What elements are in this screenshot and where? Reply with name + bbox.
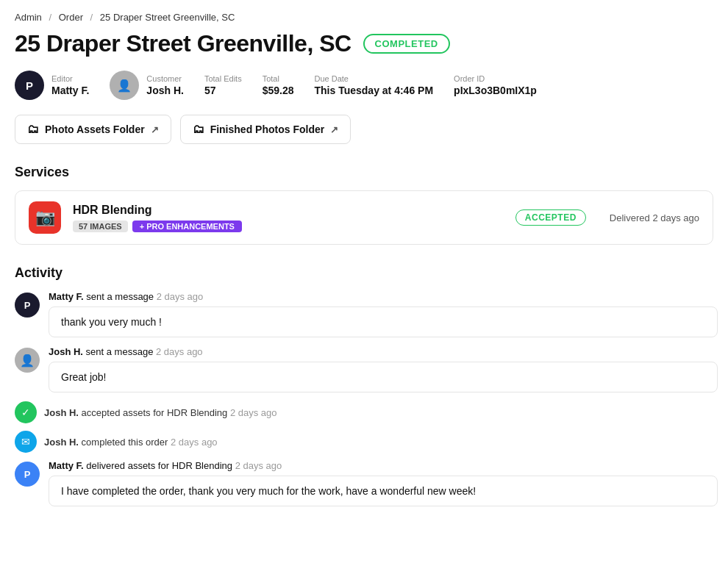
service-card: 📷 HDR Blending 57 IMAGES + PRO ENHANCEME…: [15, 190, 713, 245]
folder-icon-2: 🗂: [193, 123, 204, 136]
total-edits-label: Total Edits: [204, 74, 242, 83]
activity-section: Activity P Matty F. sent a message 2 day…: [15, 265, 713, 506]
accepted-badge: ACCEPTED: [515, 209, 586, 226]
total-label: Total: [263, 74, 294, 83]
due-date-label: Due Date: [315, 74, 434, 83]
message-box-2: Great job!: [49, 362, 718, 392]
order-id-value: pIxL3o3B0mIX1p: [454, 85, 537, 96]
event-action-completed: completed this order: [82, 437, 171, 448]
event-text-completed: Josh H. completed this order 2 days ago: [44, 437, 218, 448]
activity-event-accepted: ✓ Josh H. accepted assets for HDR Blendi…: [15, 401, 713, 423]
accept-icon: ✓: [15, 401, 37, 423]
status-badge: COMPLETED: [363, 34, 450, 54]
event-sender-accepted: Josh H.: [44, 407, 79, 418]
activity-content-1: Matty F. sent a message 2 days ago thank…: [49, 291, 718, 337]
due-date-cell: Due Date This Tuesday at 4:46 PM: [315, 74, 434, 96]
action-text-3: delivered assets for HDR Blending: [86, 460, 235, 471]
customer-avatar: 👤: [110, 71, 139, 100]
external-link-icon: ↗: [151, 124, 159, 135]
service-tags: 57 IMAGES + PRO ENHANCEMENTS: [73, 220, 504, 232]
finished-photos-folder-button[interactable]: 🗂 Finished Photos Folder ↗: [180, 115, 351, 144]
event-sender-completed: Josh H.: [44, 437, 79, 448]
activity-content-2: Josh H. sent a message 2 days ago Great …: [49, 346, 718, 392]
pro-tag: + PRO ENHANCEMENTS: [132, 220, 242, 232]
total-edits-cell: Total Edits 57: [204, 74, 242, 96]
activity-avatar-matty: P: [15, 293, 40, 318]
total-cell: Total $59.28: [263, 74, 294, 96]
event-time-accepted: 2 days ago: [230, 407, 277, 418]
customer-label: Customer: [146, 74, 184, 83]
photo-assets-label: Photo Assets Folder: [45, 123, 145, 135]
sender-name-3: Matty F.: [49, 460, 84, 471]
event-text-accepted: Josh H. accepted assets for HDR Blending…: [44, 407, 277, 418]
activity-content-3: Matty F. delivered assets for HDR Blendi…: [49, 460, 718, 506]
service-name: HDR Blending: [73, 204, 504, 217]
breadcrumb-current: 25 Draper Street Greenville, SC: [100, 12, 235, 23]
message-box-1: thank you very much !: [49, 306, 718, 337]
event-time-completed: 2 days ago: [171, 437, 218, 448]
meta-row: P Editor Matty F. 👤 Customer Josh H. Tot…: [15, 71, 713, 100]
order-id-label: Order ID: [454, 74, 537, 83]
activity-header-1: Matty F. sent a message 2 days ago: [49, 291, 718, 302]
action-text-2: sent a message: [86, 346, 156, 357]
activity-header-3: Matty F. delivered assets for HDR Blendi…: [49, 460, 718, 471]
total-value: $59.28: [263, 85, 294, 96]
service-icon-box: 📷: [29, 201, 61, 234]
customer-cell: 👤 Customer Josh H.: [110, 71, 184, 100]
breadcrumb-admin[interactable]: Admin: [15, 12, 42, 23]
editor-label: Editor: [51, 74, 89, 83]
activity-avatar-josh: 👤: [15, 348, 40, 373]
photo-assets-folder-button[interactable]: 🗂 Photo Assets Folder ↗: [15, 115, 171, 144]
complete-icon: ✉: [15, 431, 37, 453]
activity-item-1: P Matty F. sent a message 2 days ago tha…: [15, 291, 713, 337]
activity-item-3: P Matty F. delivered assets for HDR Blen…: [15, 460, 713, 506]
folder-buttons: 🗂 Photo Assets Folder ↗ 🗂 Finished Photo…: [15, 115, 713, 144]
time-3: 2 days ago: [235, 460, 282, 471]
total-edits-value: 57: [204, 85, 242, 96]
breadcrumb-order[interactable]: Order: [59, 12, 83, 23]
services-title: Services: [15, 165, 713, 180]
delivered-text: Delivered 2 days ago: [610, 212, 699, 223]
activity-avatar-matty-2: P: [15, 462, 40, 487]
due-date-value: This Tuesday at 4:46 PM: [315, 85, 434, 96]
services-section: Services 📷 HDR Blending 57 IMAGES + PRO …: [15, 165, 713, 245]
avatar: P: [15, 71, 44, 100]
activity-title: Activity: [15, 265, 713, 281]
editor-name: Matty F.: [51, 85, 89, 96]
activity-event-completed: ✉ Josh H. completed this order 2 days ag…: [15, 431, 713, 453]
page-title: 25 Draper Street Greenville, SC: [15, 30, 351, 57]
time-2: 2 days ago: [156, 346, 203, 357]
activity-header-2: Josh H. sent a message 2 days ago: [49, 346, 718, 357]
time-1: 2 days ago: [157, 291, 204, 302]
service-info: HDR Blending 57 IMAGES + PRO ENHANCEMENT…: [73, 204, 504, 232]
images-tag: 57 IMAGES: [73, 220, 128, 232]
sender-name-1: Matty F.: [49, 291, 86, 302]
finished-photos-label: Finished Photos Folder: [210, 123, 325, 135]
external-link-icon-2: ↗: [330, 124, 338, 135]
breadcrumb: Admin / Order / 25 Draper Street Greenvi…: [15, 12, 713, 23]
order-id-cell: Order ID pIxL3o3B0mIX1p: [454, 74, 537, 96]
sender-name-2: Josh H.: [49, 346, 83, 357]
message-box-3: I have completed the order, thank you ve…: [49, 476, 718, 506]
folder-icon: 🗂: [27, 123, 39, 136]
editor-cell: P Editor Matty F.: [15, 71, 89, 100]
hdr-icon: 📷: [35, 208, 55, 227]
action-text-1: sent a message: [86, 291, 156, 302]
event-action-accepted: accepted assets for HDR Blending: [82, 407, 230, 418]
activity-item-2: 👤 Josh H. sent a message 2 days ago Grea…: [15, 346, 713, 392]
customer-name: Josh H.: [146, 85, 184, 96]
